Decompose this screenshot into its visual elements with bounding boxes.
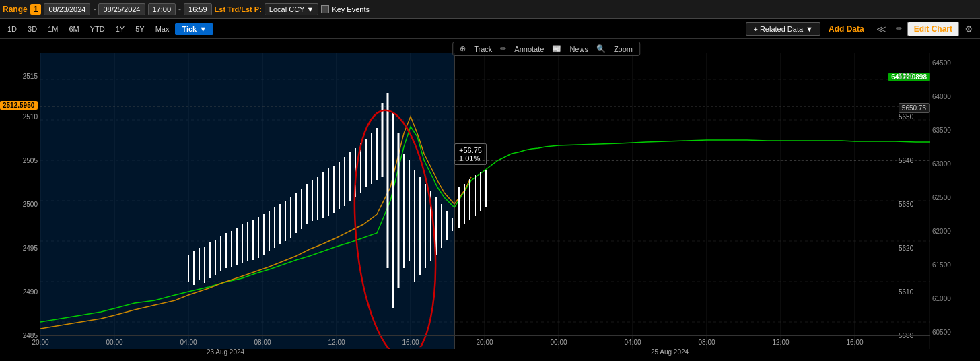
zoom-icon: 🔍 — [596, 44, 606, 53]
y-label-2510: 2510 — [23, 113, 38, 121]
gear-icon[interactable]: ⚙ — [960, 22, 977, 36]
x-time-0000: 00:00 — [106, 339, 123, 346]
period-1y[interactable]: 1Y — [111, 23, 129, 35]
tick-dropdown-icon: ▼ — [199, 25, 207, 33]
period-ytd[interactable]: YTD — [85, 23, 110, 35]
x-time-2000b: 20:00 — [476, 339, 493, 346]
r-label-61000: 61000 — [932, 295, 951, 302]
key-events-wrap[interactable]: Key Events — [321, 5, 370, 13]
r-label-60500: 60500 — [932, 329, 951, 336]
pencil-icon[interactable]: ✏ — [892, 23, 906, 34]
tick-button[interactable]: Tick ▼ — [175, 23, 213, 35]
x-time-1600: 16:00 — [402, 339, 419, 346]
chart-area: ⊕ Track ✏ Annotate 📰 News 🔍 Zoom 2512.59… — [0, 39, 980, 361]
key-events-label: Key Events — [332, 5, 370, 13]
r-label-64000: 64000 — [932, 93, 951, 100]
x-time-0800: 08:00 — [254, 339, 271, 346]
y-label-2495: 2495 — [23, 244, 38, 252]
period-3d[interactable]: 3D — [23, 23, 42, 35]
x-time-1200: 12:00 — [328, 339, 345, 346]
annotate-button[interactable]: Annotate — [514, 44, 544, 53]
crosshair-icon: ⊕ — [460, 44, 466, 53]
key-events-checkbox[interactable] — [321, 5, 329, 13]
period-1m[interactable]: 1M — [43, 23, 63, 35]
annotate-icon: ✏ — [500, 44, 506, 53]
ccy-selector[interactable]: Local CCY ▼ — [265, 3, 318, 15]
y-label-2500: 2500 — [23, 201, 38, 208]
top-bar: Range 1 08/23/2024 - 08/25/2024 17:00 - … — [0, 0, 980, 19]
second-bar: 1D 3D 1M 6M YTD 1Y 5Y Max Tick ▼ + Relat… — [0, 19, 980, 39]
r-label-62000: 62000 — [932, 228, 951, 235]
lst-label: Lst Trd/Lst P: — [215, 5, 262, 13]
dash-sep: - — [93, 5, 96, 14]
current-price-label: 2512.5950 — [0, 101, 38, 110]
related-data-button[interactable]: + Related Data ▼ — [746, 22, 820, 36]
y-axis-left: 2512.5950 2515 2510 2505 2500 2495 2490 … — [0, 53, 40, 349]
chart-toolbar: ⊕ Track ✏ Annotate 📰 News 🔍 Zoom — [452, 42, 640, 56]
y-label-2505: 2505 — [23, 157, 38, 164]
date-from[interactable]: 08/23/2024 — [44, 3, 90, 15]
r-label-61500: 61500 — [932, 261, 951, 269]
x-time-0400: 04:00 — [180, 339, 197, 346]
x-date-23aug: 23 Aug 2024 — [207, 348, 244, 356]
r-label-63500: 63500 — [932, 127, 951, 134]
ccy-dropdown-icon: ▼ — [306, 5, 314, 13]
range-label: Range — [3, 5, 28, 14]
x-time-1600b: 16:00 — [846, 339, 863, 346]
y-label-2515: 2515 — [23, 73, 38, 80]
period-max[interactable]: Max — [151, 23, 174, 35]
period-5y[interactable]: 5Y — [131, 23, 149, 35]
r-label-63000: 63000 — [932, 160, 951, 168]
related-dropdown-icon: ▼ — [806, 25, 813, 33]
period-1d[interactable]: 1D — [3, 23, 22, 35]
y-label-2490: 2490 — [23, 288, 38, 296]
add-data-button[interactable]: Add Data — [822, 22, 871, 36]
double-arrow-icon[interactable]: ≪ — [872, 22, 890, 36]
time-dash: - — [178, 5, 181, 14]
period-6m[interactable]: 6M — [64, 23, 83, 35]
x-time-2000: 20:00 — [32, 339, 48, 346]
news-button[interactable]: News — [569, 44, 588, 53]
r-label-62500: 62500 — [932, 194, 951, 201]
main-chart-svg — [40, 53, 930, 349]
edit-chart-button[interactable]: Edit Chart — [907, 22, 959, 36]
time-to[interactable]: 16:59 — [184, 3, 212, 15]
y-axis-right-outer: 64500 64000 63500 63000 62500 62000 6150… — [930, 53, 980, 349]
news-icon: 📰 — [552, 44, 561, 53]
x-axis: 20:00 00:00 04:00 08:00 12:00 16:00 20:0… — [40, 335, 930, 361]
range-value: 1 — [30, 4, 42, 15]
x-time-0400b: 04:00 — [624, 339, 641, 346]
x-time-0000b: 00:00 — [550, 339, 567, 346]
x-date-25aug: 25 Aug 2024 — [651, 348, 689, 356]
r-label-64500: 64500 — [932, 59, 951, 67]
track-button[interactable]: Track — [474, 44, 492, 53]
time-from[interactable]: 17:00 — [148, 3, 176, 15]
date-to[interactable]: 08/25/2024 — [98, 3, 145, 15]
x-time-0800b: 08:00 — [698, 339, 715, 346]
x-time-1200b: 12:00 — [772, 339, 789, 346]
zoom-button[interactable]: Zoom — [614, 44, 633, 53]
